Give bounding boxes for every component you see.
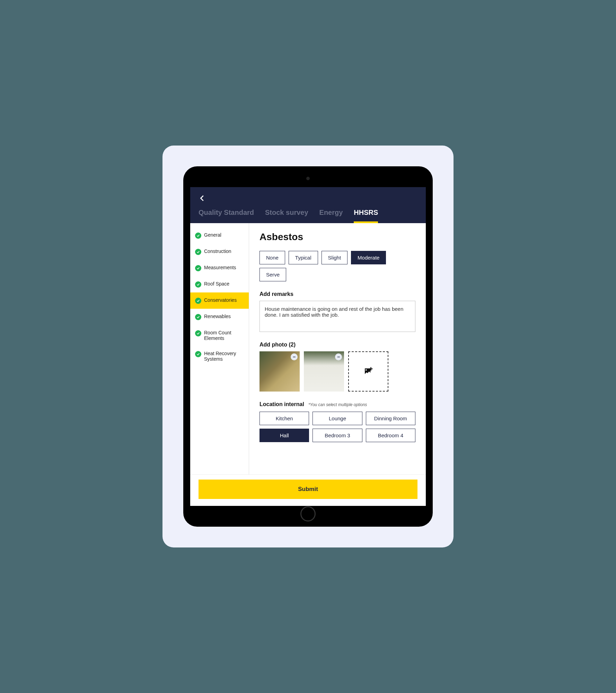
photo-thumbnail-2[interactable]: − (304, 351, 344, 392)
sidebar-item-room-count[interactable]: Room Count Elements (190, 325, 249, 346)
severity-typical[interactable]: Typical (289, 251, 318, 264)
severity-options: None Typical Slight Moderate Serve (259, 251, 415, 281)
tab-energy[interactable]: Energy (319, 209, 343, 223)
sidebar-item-construction[interactable]: Construction (190, 244, 249, 260)
main-panel: Asbestos None Typical Slight Moderate Se… (249, 223, 426, 474)
remarks-input[interactable] (259, 301, 415, 332)
location-hall[interactable]: Hall (259, 429, 309, 442)
back-button[interactable] (199, 193, 206, 204)
tab-hhsrs[interactable]: HHSRS (354, 209, 378, 223)
app-screen: Quality Standard Stock survey Energy HHS… (190, 187, 426, 506)
location-kitchen[interactable]: Kitchen (259, 412, 309, 425)
check-icon (195, 330, 201, 336)
sidebar-item-heat-recovery[interactable]: Heat Recovery Systems (190, 346, 249, 367)
add-photo-button[interactable] (348, 351, 388, 392)
severity-slight[interactable]: Slight (322, 251, 348, 264)
remarks-label: Add remarks (259, 291, 415, 297)
location-label: Location internal (259, 401, 304, 407)
check-icon (195, 233, 201, 239)
sidebar-item-measurements[interactable]: Measurements (190, 260, 249, 276)
tablet-camera (306, 177, 310, 180)
sidebar-item-label: Roof Space (204, 281, 229, 287)
severity-serve[interactable]: Serve (259, 268, 286, 281)
check-icon (195, 249, 201, 255)
severity-moderate[interactable]: Moderate (351, 251, 386, 264)
remove-photo-icon[interactable]: − (335, 353, 342, 360)
sidebar-item-renewables[interactable]: Renewables (190, 309, 249, 325)
check-icon (195, 281, 201, 288)
sidebar-item-conservatories[interactable]: Conservatories (190, 292, 249, 309)
sidebar-item-label: Measurements (204, 265, 236, 270)
sidebar: General Construction Measurements Roof S… (190, 223, 249, 474)
app-header: Quality Standard Stock survey Energy HHS… (190, 187, 426, 223)
sidebar-item-label: Conservatories (204, 297, 237, 303)
location-hint: *You can select multiple options (308, 402, 367, 407)
location-bedroom-3[interactable]: Bedroom 3 (313, 429, 362, 442)
sidebar-item-label: General (204, 232, 221, 238)
section-title: Asbestos (259, 231, 415, 243)
sidebar-item-label: Renewables (204, 314, 231, 319)
add-image-icon (363, 366, 373, 377)
photo-label: Add photo (2) (259, 342, 415, 348)
footer: Submit (190, 474, 426, 506)
tab-quality-standard[interactable]: Quality Standard (199, 209, 254, 223)
severity-none[interactable]: None (259, 251, 285, 264)
check-icon (195, 265, 201, 271)
remove-photo-icon[interactable]: − (291, 353, 298, 360)
check-icon (195, 298, 201, 304)
check-icon (195, 314, 201, 320)
photo-row: − − (259, 351, 415, 392)
location-bedroom-4[interactable]: Bedroom 4 (366, 429, 415, 442)
sidebar-item-roof-space[interactable]: Roof Space (190, 276, 249, 292)
photo-thumbnail-1[interactable]: − (259, 351, 300, 392)
submit-button[interactable]: Submit (199, 480, 417, 499)
sidebar-item-label: Room Count Elements (204, 330, 244, 341)
location-dinning-room[interactable]: Dinning Room (366, 412, 415, 425)
location-lounge[interactable]: Lounge (313, 412, 362, 425)
sidebar-item-label: Heat Recovery Systems (204, 351, 244, 362)
app-body: General Construction Measurements Roof S… (190, 223, 426, 474)
tablet-frame: Quality Standard Stock survey Energy HHS… (183, 166, 433, 527)
sidebar-item-general[interactable]: General (190, 227, 249, 244)
location-header: Location internal *You can select multip… (259, 401, 415, 407)
tablet-home-button[interactable] (300, 506, 316, 521)
tab-stock-survey[interactable]: Stock survey (265, 209, 308, 223)
location-options: Kitchen Lounge Dinning Room Hall Bedroom… (259, 412, 415, 442)
tab-bar: Quality Standard Stock survey Energy HHS… (199, 209, 417, 223)
check-icon (195, 351, 201, 357)
sidebar-item-label: Construction (204, 248, 231, 254)
